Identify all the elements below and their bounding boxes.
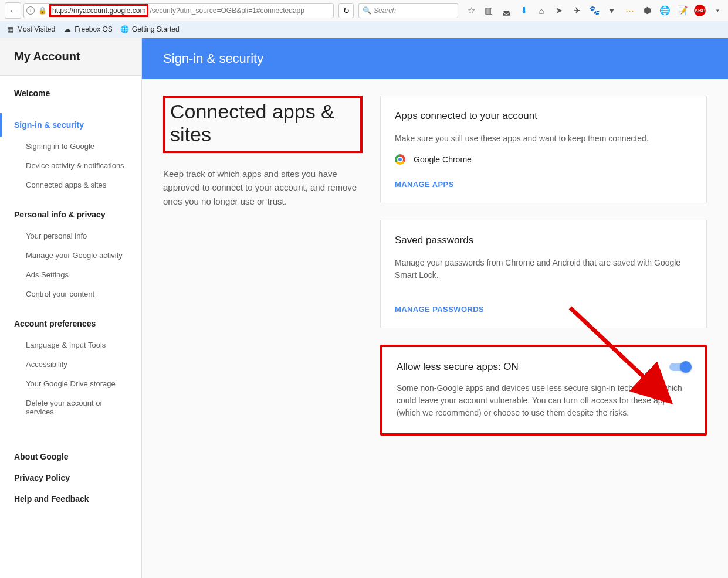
note-icon[interactable]: 📝 xyxy=(676,5,688,16)
sidebar-footer-link-1[interactable]: Privacy Policy xyxy=(0,467,141,488)
sidebar-head-3[interactable]: Account preferences xyxy=(0,312,141,335)
abp-dropdown-icon[interactable]: ▾ xyxy=(712,5,723,16)
toggle-row: Allow less secure apps: ON xyxy=(397,361,690,373)
manage-apps-link[interactable]: MANAGE APPS xyxy=(395,180,692,189)
page-title: Connected apps & sites xyxy=(170,100,351,146)
lock-icon: 🔒 xyxy=(38,6,47,15)
sidebar-footer-link-2[interactable]: Help and Feedback xyxy=(0,488,141,509)
card-title: Saved passwords xyxy=(395,234,692,246)
addon-icon-1[interactable]: 🐾 xyxy=(588,5,600,16)
card-connected-apps: Apps connected to your account Make sure… xyxy=(380,96,707,203)
search-icon: 🔍 xyxy=(363,6,371,15)
globe-small-icon: 🌐 xyxy=(121,25,129,33)
bookmark-label: Freebox OS xyxy=(75,25,113,33)
address-bar[interactable]: i 🔒 https://myaccount.google.com /securi… xyxy=(23,3,334,18)
globe-icon[interactable]: 🌐 xyxy=(659,5,671,16)
browser-chrome: ← i 🔒 https://myaccount.google.com /secu… xyxy=(0,0,728,38)
back-button[interactable]: ← xyxy=(5,2,21,19)
sidebar-item-1-0[interactable]: Signing in to Google xyxy=(0,137,141,156)
abp-icon[interactable]: ABP xyxy=(694,5,706,16)
content-body: Connected apps & sites Keep track of whi… xyxy=(142,79,728,452)
bookmarks-bar: ▦ Most Visited ☁ Freebox OS 🌐 Getting St… xyxy=(0,21,728,38)
library-icon[interactable]: ▥ xyxy=(483,5,495,16)
sidebar-header: My Account xyxy=(0,38,141,76)
search-box[interactable]: 🔍 Search xyxy=(358,3,458,18)
reload-button[interactable]: ↻ xyxy=(338,3,354,18)
card-desc: Make sure you still use these apps and w… xyxy=(395,132,692,145)
sidebar-footer-link-0[interactable]: About Google xyxy=(0,446,141,467)
sidebar-head-0[interactable]: Welcome xyxy=(0,81,141,105)
app-title: My Account xyxy=(14,50,127,63)
cloud-icon: ☁ xyxy=(63,25,72,33)
send-icon[interactable]: ✈ xyxy=(571,5,583,16)
page-intro: Keep track of which apps and sites you h… xyxy=(163,167,363,208)
chrome-icon xyxy=(395,154,405,165)
bookmark-freebox[interactable]: ☁ Freebox OS xyxy=(63,25,113,33)
search-placeholder: Search xyxy=(374,6,396,15)
sidebar-head-2[interactable]: Personal info & privacy xyxy=(0,203,141,226)
card-desc: Manage your passwords from Chrome and An… xyxy=(395,257,692,281)
sidebar-item-3-1[interactable]: Accessibility xyxy=(0,355,141,374)
url-host: https://myaccount.google.com xyxy=(49,4,148,17)
dropdown-icon[interactable]: ▾ xyxy=(606,5,618,16)
sidebar-item-1-1[interactable]: Device activity & notifications xyxy=(0,156,141,175)
card-desc: Some non-Google apps and devices use les… xyxy=(397,382,690,419)
bookmark-star-icon[interactable]: ☆ xyxy=(465,5,477,16)
home-icon[interactable]: ⌂ xyxy=(536,5,547,16)
content-header: Sign-in & security xyxy=(142,38,728,79)
section-title: Sign-in & security xyxy=(163,51,707,66)
sidebar-item-3-2[interactable]: Your Google Drive storage xyxy=(0,374,141,393)
nav-toolbar: ← i 🔒 https://myaccount.google.com /secu… xyxy=(0,0,728,21)
card-title: Allow less secure apps: ON xyxy=(397,361,519,373)
toolbar-icons: ☆ ▥ ◛ ⬇ ⌂ ➤ ✈ 🐾 ▾ ⋯ ⬢ 🌐 📝 ABP ▾ xyxy=(465,5,723,16)
intro-column: Connected apps & sites Keep track of whi… xyxy=(163,96,363,436)
sidebar-item-2-3[interactable]: Control your content xyxy=(0,284,141,304)
download-icon[interactable]: ⬇ xyxy=(518,5,530,16)
bookmark-label: Getting Started xyxy=(132,25,180,33)
info-icon[interactable]: i xyxy=(26,6,35,15)
manage-passwords-link[interactable]: MANAGE PASSWORDS xyxy=(395,305,692,314)
card-less-secure-apps: Allow less secure apps: ON Some non-Goog… xyxy=(380,345,707,436)
card-saved-passwords: Saved passwords Manage your passwords fr… xyxy=(380,220,707,328)
card-title: Apps connected to your account xyxy=(395,110,692,122)
sidebar-item-3-3[interactable]: Delete your account or services xyxy=(0,393,141,421)
addon-icon-2[interactable]: ⬢ xyxy=(641,5,653,16)
grid-icon: ▦ xyxy=(6,25,14,33)
bookmark-label: Most Visited xyxy=(17,25,55,33)
url-path: /security?utm_source=OGB&pli=1#connected… xyxy=(150,6,304,15)
content: Sign-in & security Connected apps & site… xyxy=(142,38,728,578)
sidebar-item-3-0[interactable]: Language & Input Tools xyxy=(0,335,141,355)
page: My Account WelcomeSign-in & securitySign… xyxy=(0,38,728,578)
sidebar-item-2-1[interactable]: Manage your Google activity xyxy=(0,246,141,265)
less-secure-toggle[interactable] xyxy=(669,363,690,371)
app-row: Google Chrome xyxy=(395,154,692,165)
sidebar-head-1[interactable]: Sign-in & security xyxy=(0,113,141,137)
page-title-highlight: Connected apps & sites xyxy=(163,96,363,153)
app-name: Google Chrome xyxy=(414,155,472,164)
cursor-icon[interactable]: ➤ xyxy=(553,5,565,16)
dots-icon[interactable]: ⋯ xyxy=(624,5,635,16)
sidebar: My Account WelcomeSign-in & securitySign… xyxy=(0,38,142,578)
cards-column: Apps connected to your account Make sure… xyxy=(380,96,707,436)
sidebar-item-1-2[interactable]: Connected apps & sites xyxy=(0,175,141,195)
bookmark-most-visited[interactable]: ▦ Most Visited xyxy=(6,25,55,33)
sidebar-item-2-2[interactable]: Ads Settings xyxy=(0,265,141,284)
bookmark-getting-started[interactable]: 🌐 Getting Started xyxy=(121,25,180,33)
sidebar-item-2-0[interactable]: Your personal info xyxy=(0,226,141,246)
pocket-icon[interactable]: ◛ xyxy=(500,5,512,16)
